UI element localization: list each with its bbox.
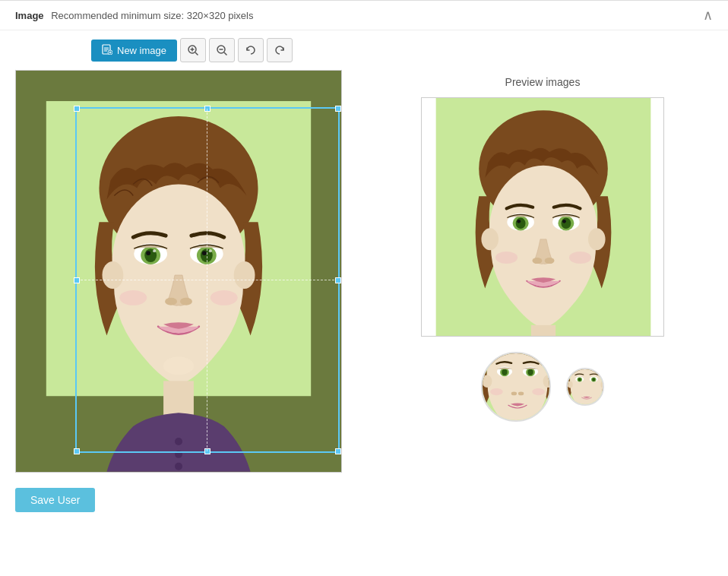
rotate-left-button[interactable] (238, 38, 264, 62)
preview-thumb-large (481, 352, 551, 422)
svg-point-22 (102, 261, 123, 289)
svg-point-68 (511, 392, 517, 396)
svg-point-38 (163, 356, 194, 375)
svg-point-34 (165, 298, 177, 305)
svg-point-47 (516, 218, 526, 229)
preview-thumb-small (566, 368, 604, 406)
svg-point-82 (592, 378, 595, 381)
svg-point-37 (210, 290, 238, 305)
svg-point-33 (209, 249, 212, 252)
svg-point-53 (532, 258, 542, 264)
new-image-icon (102, 44, 112, 57)
svg-point-79 (578, 378, 581, 381)
svg-point-54 (545, 258, 555, 264)
save-section: Save User (0, 473, 728, 512)
svg-rect-42 (531, 325, 555, 337)
section-subtitle: Recommended minimum size: 320×320 pixels (51, 10, 253, 21)
image-canvas[interactable] (15, 70, 342, 473)
svg-point-67 (527, 369, 533, 375)
zoom-in-button[interactable] (180, 38, 206, 62)
svg-point-43 (481, 228, 499, 250)
svg-point-19 (175, 438, 182, 445)
svg-point-32 (202, 251, 207, 255)
svg-line-8 (195, 52, 198, 55)
new-image-button[interactable]: New image (91, 40, 177, 62)
preview-title: Preview images (372, 70, 713, 88)
preview-thumb-small-image (568, 369, 604, 406)
main-content: Preview images (0, 70, 728, 473)
svg-point-48 (517, 220, 521, 223)
svg-point-64 (502, 369, 507, 375)
svg-point-60 (483, 375, 492, 388)
svg-point-55 (495, 252, 518, 264)
section-title: Image Recommended minimum size: 320×320 … (15, 10, 253, 21)
svg-line-12 (224, 52, 227, 55)
svg-point-44 (588, 228, 606, 250)
image-toolbar: New image (0, 30, 728, 70)
svg-point-35 (180, 298, 192, 305)
svg-point-20 (175, 451, 182, 458)
section-title-text: Image (15, 10, 44, 21)
save-user-button[interactable]: Save User (15, 488, 95, 512)
page-container: Image Recommended minimum size: 320×320 … (0, 0, 728, 576)
character-illustration (16, 71, 341, 472)
rotate-right-button[interactable] (267, 38, 293, 62)
svg-point-21 (175, 463, 182, 470)
new-image-label: New image (117, 45, 166, 56)
preview-large (421, 97, 664, 337)
svg-point-69 (518, 392, 524, 396)
image-editor (15, 70, 342, 473)
collapse-button[interactable]: ∧ (703, 8, 713, 22)
svg-point-70 (490, 388, 503, 395)
section-header: Image Recommended minimum size: 320×320 … (0, 1, 728, 30)
preview-thumb-large-image (483, 353, 551, 422)
preview-area: Preview images (372, 70, 713, 473)
zoom-out-button[interactable] (209, 38, 235, 62)
preview-large-image (422, 98, 664, 337)
preview-thumbnails (372, 352, 713, 422)
svg-point-51 (561, 218, 571, 229)
svg-point-23 (234, 261, 255, 289)
svg-point-36 (119, 290, 147, 305)
svg-point-56 (569, 252, 591, 264)
svg-point-28 (153, 249, 156, 252)
svg-point-52 (562, 220, 566, 223)
svg-point-75 (568, 381, 573, 388)
svg-point-71 (532, 388, 545, 395)
svg-point-27 (146, 251, 150, 255)
